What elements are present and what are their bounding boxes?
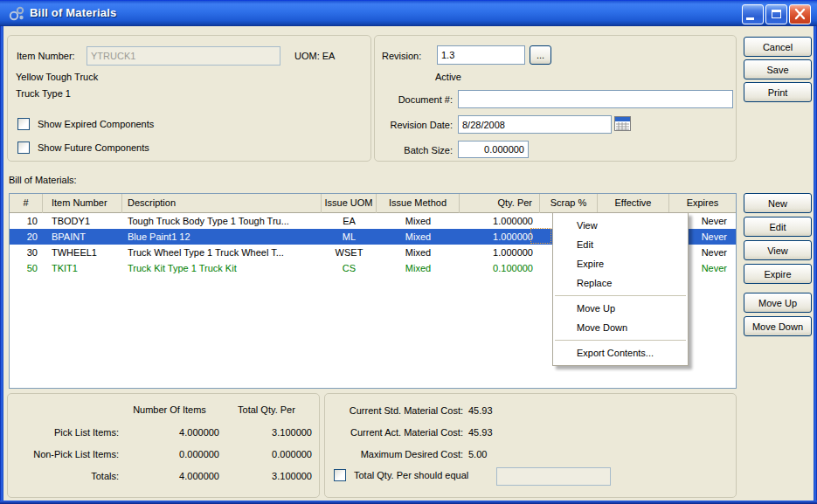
view-button[interactable]: View (744, 240, 812, 260)
close-button[interactable] (789, 4, 811, 24)
gears-icon (9, 5, 25, 22)
pick-list-items-label: Pick List Items: (8, 427, 119, 438)
col-header-scrap[interactable]: Scrap % (540, 194, 598, 213)
total-qty-per-header: Total Qty. Per (221, 404, 312, 415)
window-frame-right (814, 26, 817, 501)
maximize-button[interactable] (765, 4, 787, 24)
expire-button[interactable]: Expire (744, 264, 812, 284)
window-frame-bottom (0, 501, 817, 504)
pick-list-num: 4.000000 (120, 427, 219, 438)
total-qty-equal-field[interactable] (496, 467, 611, 486)
edit-button[interactable]: Edit (744, 217, 812, 237)
cell-item: TBODY1 (43, 213, 122, 229)
revision-label: Revision: (382, 51, 421, 62)
max-desired-cost-value: 5.00 (468, 449, 487, 460)
menu-separator (555, 295, 686, 296)
show-future-label[interactable]: Show Future Components (38, 142, 149, 154)
focused-cell-outline (530, 228, 551, 244)
col-header-num[interactable]: # (10, 194, 43, 213)
show-expired-checkbox[interactable] (17, 118, 30, 130)
revision-field[interactable] (437, 45, 525, 65)
document-field[interactable] (458, 90, 733, 108)
item-panel: Item Number: UOM: EA Yellow Tough Truck … (7, 35, 371, 162)
cell-issue-method: Mixed (377, 229, 460, 245)
cell-num: 50 (10, 260, 43, 276)
cell-description: Tough Truck Body Type 1 Tough Tru... (122, 213, 322, 229)
menu-item-view[interactable]: View (553, 216, 688, 235)
titlebar: Bill of Materials (0, 0, 817, 26)
menu-item-move-down[interactable]: Move Down (553, 318, 688, 337)
cell-num: 20 (10, 229, 43, 245)
minimize-icon (746, 17, 754, 20)
cell-issue-uom: EA (322, 213, 377, 229)
item-description-line2: Truck Type 1 (16, 88, 71, 100)
cell-qty-per: 0.100000 (460, 260, 540, 276)
window-title: Bill of Materials (30, 6, 116, 19)
menu-item-replace[interactable]: Replace (553, 273, 688, 293)
cell-description: Truck Wheel Type 1 Truck Wheel T... (122, 245, 322, 260)
new-button[interactable]: New (744, 193, 812, 213)
col-header-effective[interactable]: Effective (598, 194, 669, 213)
revision-date-field[interactable] (458, 115, 612, 134)
totals-num: 4.000000 (120, 471, 219, 482)
cell-description: Blue Paint1 12 (122, 229, 322, 245)
menu-item-export-contents[interactable]: Export Contents... (553, 343, 688, 362)
revision-date-label: Revision Date: (382, 120, 453, 131)
calendar-icon (614, 116, 631, 132)
cell-issue-method: Mixed (377, 260, 460, 276)
batch-size-field[interactable] (458, 141, 529, 158)
current-std-cost-label: Current Std. Material Cost: (330, 405, 463, 417)
bom-table-header: # Item Number Description Issue UOM Issu… (10, 194, 736, 213)
cancel-button[interactable]: Cancel (744, 37, 812, 57)
show-future-checkbox[interactable] (17, 142, 30, 154)
cell-issue-uom: WSET (322, 245, 377, 260)
cell-qty-per: 1.000000 (460, 229, 540, 245)
print-button[interactable]: Print (744, 82, 812, 102)
maximize-icon (772, 10, 781, 18)
show-expired-label[interactable]: Show Expired Components (38, 119, 154, 130)
totals-label: Totals: (8, 471, 119, 482)
cost-summary-panel: Current Std. Material Cost: 45.93 Curren… (324, 393, 737, 498)
calendar-button[interactable] (614, 116, 631, 133)
move-down-button[interactable]: Move Down (744, 316, 812, 336)
non-pick-list-items-label: Non-Pick List Items: (8, 449, 119, 460)
cell-qty-per: 1.000000 (460, 245, 540, 260)
current-act-cost-value: 45.93 (468, 427, 493, 438)
close-icon (790, 5, 810, 24)
document-label: Document #: (382, 94, 453, 106)
save-button[interactable]: Save (744, 59, 812, 79)
non-pick-list-total: 0.000000 (221, 449, 312, 460)
current-std-cost-value: 45.93 (468, 405, 493, 417)
item-number-field[interactable] (87, 46, 280, 66)
total-qty-equal-label[interactable]: Total Qty. Per should equal (354, 470, 468, 481)
col-header-item[interactable]: Item Number (43, 194, 122, 213)
menu-item-edit[interactable]: Edit (553, 235, 688, 254)
cell-item: TKIT1 (43, 260, 122, 276)
max-desired-cost-label: Maximum Desired Cost: (330, 449, 463, 460)
menu-item-move-up[interactable]: Move Up (553, 299, 688, 318)
window-frame-left (0, 26, 3, 501)
revision-panel: Revision: ... Active Document #: Revisio… (374, 35, 737, 162)
col-header-description[interactable]: Description (122, 194, 322, 213)
cell-item: TWHEEL1 (43, 245, 122, 260)
cell-issue-method: Mixed (377, 245, 460, 260)
non-pick-list-num: 0.000000 (120, 449, 219, 460)
item-description-line1: Yellow Tough Truck (16, 72, 98, 83)
items-summary-panel: Number Of Items Total Qty. Per Pick List… (7, 393, 320, 498)
col-header-issue-method[interactable]: Issue Method (377, 194, 460, 213)
menu-separator (555, 340, 686, 341)
cell-issue-method: Mixed (377, 213, 460, 229)
col-header-qty-per[interactable]: Qty. Per (460, 194, 540, 213)
current-act-cost-label: Current Act. Material Cost: (330, 427, 463, 438)
revision-status: Active (435, 72, 461, 83)
menu-item-expire[interactable]: Expire (553, 254, 688, 273)
minimize-button[interactable] (742, 4, 764, 24)
cell-issue-uom: ML (322, 229, 377, 245)
col-header-issue-uom[interactable]: Issue UOM (322, 194, 377, 213)
total-qty-equal-checkbox[interactable] (334, 469, 346, 481)
batch-size-label: Batch Size: (382, 145, 453, 156)
cell-qty-per: 1.000000 (460, 213, 540, 229)
move-up-button[interactable]: Move Up (744, 293, 812, 313)
col-header-expires[interactable]: Expires (669, 194, 736, 213)
revision-browse-button[interactable]: ... (530, 45, 551, 65)
